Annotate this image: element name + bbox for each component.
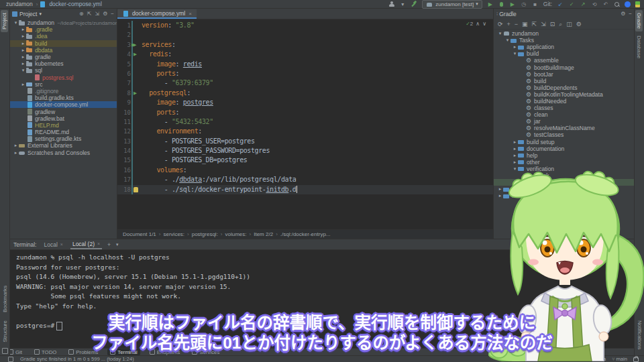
tree-item[interactable]: docker-compose.yml: [9, 101, 117, 108]
code-line[interactable]: 2: [117, 30, 493, 40]
ide-status-icon[interactable]: [625, 1, 631, 7]
tree-item[interactable]: ▸Scratches and Consoles: [9, 149, 117, 156]
run2-gutter-icon[interactable]: [131, 40, 142, 50]
tree-item[interactable]: ▾sql: [9, 67, 117, 74]
collapse-all-icon[interactable]: ⇲: [541, 21, 546, 27]
code-line[interactable]: 13 - POSTGRES_USER=postgres: [117, 137, 493, 146]
close-icon[interactable]: ×: [189, 11, 192, 17]
tree-item[interactable]: ▸application: [494, 44, 635, 50]
breadcrumb-item[interactable]: services:: [163, 231, 184, 237]
chevron-icon[interactable]: ▸: [20, 34, 26, 39]
terminal-tab-local-2[interactable]: Local (2)×: [70, 239, 102, 249]
chevron-icon[interactable]: ▾: [13, 20, 19, 25]
chevron-icon[interactable]: ▸: [20, 48, 26, 53]
stop-button[interactable]: ■: [532, 1, 539, 7]
tree-item[interactable]: ▸documentation: [494, 145, 635, 152]
breadcrumb-item[interactable]: postgresql:: [192, 231, 218, 237]
tab-bookmarks[interactable]: Bookmarks: [1, 283, 9, 315]
tree-item[interactable]: postgres.sql: [9, 74, 117, 81]
tree-item[interactable]: ▸kubernetes: [9, 60, 117, 67]
settings-icon[interactable]: ⚙: [103, 11, 107, 17]
split-icon[interactable]: ◫: [566, 21, 572, 27]
chevron-icon[interactable]: ▸: [20, 41, 26, 46]
tree-item[interactable]: ▸.gradle: [9, 26, 117, 33]
history-icon[interactable]: ⟲: [591, 1, 598, 7]
coverage-button[interactable]: ▶: [509, 1, 516, 7]
close-icon[interactable]: ×: [97, 241, 100, 246]
git-push-icon[interactable]: ↗: [580, 1, 586, 7]
lock-icon[interactable]: [633, 357, 639, 362]
tree-item[interactable]: ▸build setup: [494, 139, 635, 145]
execute-task-icon[interactable]: ▣: [522, 21, 528, 27]
chevron-icon[interactable]: ▾: [512, 51, 518, 56]
run-gutter-icon[interactable]: [131, 88, 142, 98]
git-branch[interactable]: ⑂ main: [612, 356, 627, 362]
tree-item[interactable]: ▸help: [494, 152, 635, 159]
locate-file-icon[interactable]: ⊕: [79, 11, 84, 17]
chevron-down-icon[interactable]: ▾: [116, 242, 119, 247]
code-line[interactable]: 17 - ./dbdata:/var/lib/postgresql/data: [117, 175, 493, 184]
code-line[interactable]: 10 ports:: [117, 108, 493, 117]
code-line[interactable]: 5 image: redis: [117, 60, 493, 69]
code-line[interactable]: 18 - ./sql:/docker-entrypoint-initdb.d: [117, 185, 493, 194]
json-schema-indicator[interactable]: JSON schema: [573, 356, 606, 362]
tree-item[interactable]: gradlew: [9, 108, 117, 115]
tree-item[interactable]: ▾zundamon: [494, 30, 635, 37]
chevron-icon[interactable]: ▸: [13, 143, 19, 148]
breadcrumb-file[interactable]: docker-compose.yml: [49, 1, 101, 7]
search-icon[interactable]: ⌕: [559, 21, 562, 28]
tree-item[interactable]: ⚙test: [494, 179, 635, 186]
breadcrumb-item[interactable]: ./sql:/docker-entryp...: [280, 231, 331, 237]
chevron-icon[interactable]: ▸: [20, 61, 26, 66]
chevron-icon[interactable]: ▸: [20, 82, 26, 87]
chevron-icon[interactable]: ▾: [512, 166, 518, 172]
tree-item[interactable]: ⚙buildDependents: [494, 84, 635, 91]
tab-gradle[interactable]: Gradle: [635, 10, 643, 32]
tree-item[interactable]: ▸dbdata: [9, 47, 117, 54]
chevron-icon[interactable]: ▾: [20, 68, 26, 73]
terminal-tab-local[interactable]: Local×: [42, 239, 64, 249]
build-hammer-icon[interactable]: [411, 1, 417, 7]
code-line[interactable]: 7 - "6379:6379": [117, 78, 493, 88]
tree-item[interactable]: ▸Dependencies: [494, 186, 635, 192]
dropdown-caret-icon[interactable]: ▾: [399, 1, 406, 7]
tree-item[interactable]: ▸gradle: [9, 54, 117, 60]
new-terminal-button[interactable]: +: [107, 241, 111, 248]
prev-problem-icon[interactable]: ∧: [476, 21, 480, 27]
chevron-icon[interactable]: ▸: [497, 186, 503, 192]
code-line[interactable]: 16 volumes:: [117, 166, 493, 175]
debug-button[interactable]: [498, 1, 504, 7]
chevron-icon[interactable]: ▸: [13, 150, 19, 156]
expand-all-icon[interactable]: ⇱: [87, 11, 92, 17]
hide-icon[interactable]: −: [111, 11, 114, 17]
code-area[interactable]: 1version: "3.8"23services:4 redis:5 imag…: [117, 19, 493, 230]
breadcrumb-item[interactable]: Item 2/2: [254, 231, 273, 237]
user-icon[interactable]: [388, 1, 394, 7]
attach-icon[interactable]: +: [507, 21, 511, 27]
chevron-icon[interactable]: ▸: [512, 146, 518, 152]
chevron-icon[interactable]: ▸: [20, 54, 26, 60]
code-line[interactable]: 11 - "5432:5432": [117, 117, 493, 127]
navigate-source-icon[interactable]: ⊡: [550, 21, 555, 27]
tree-item[interactable]: ▾Tasks: [494, 37, 635, 44]
bulb-gutter-icon[interactable]: [131, 185, 142, 194]
tree-item[interactable]: ⚙testClasses: [494, 131, 635, 138]
tree-item[interactable]: ⚙jar: [494, 118, 635, 125]
tree-item[interactable]: gradlew.bat: [9, 115, 117, 122]
hide-icon[interactable]: −: [629, 11, 632, 17]
hide-icon[interactable]: −: [627, 241, 631, 248]
tree-item[interactable]: ⚙clean: [494, 111, 635, 118]
project-panel-title[interactable]: Project: [19, 11, 37, 17]
status-message[interactable]: Gradle sync finished in 1 m 0 s 599 ... …: [20, 356, 134, 362]
tree-item[interactable]: ▸.idea: [9, 33, 117, 40]
tree-item[interactable]: ▸Run Configurations: [494, 192, 635, 199]
tree-item[interactable]: ▾zundamon~/IdeaProjects/zundamon: [9, 19, 117, 26]
run-gutter-icon[interactable]: [131, 50, 142, 59]
tree-item[interactable]: ▾build: [494, 50, 635, 57]
git-commit-icon[interactable]: ✓: [568, 1, 575, 7]
code-line[interactable]: 15 - POSTGRES_DB=postgres: [117, 156, 493, 165]
tree-item[interactable]: .gitignore: [9, 88, 117, 95]
breadcrumb-item[interactable]: Document 1/1: [123, 231, 156, 237]
tab-project[interactable]: Project: [1, 10, 8, 32]
settings-icon[interactable]: ⚙: [621, 11, 625, 17]
